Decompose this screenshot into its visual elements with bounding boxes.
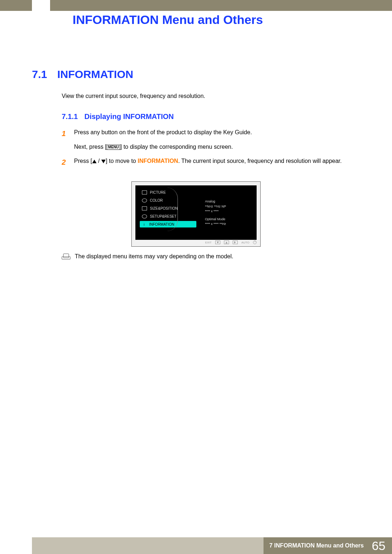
note-text: The displayed menu items may vary depend…	[75, 253, 233, 260]
section-heading: 7.1 INFORMATION	[32, 68, 133, 81]
osd-screenshot: PICTURE COLOR SIZE&POSITION SETUP&RESET …	[131, 181, 261, 247]
gear-icon	[142, 214, 147, 218]
footer-chapter: 7 INFORMATION Menu and Others	[264, 537, 369, 554]
step-1-line-1: Press any button on the front of the pro…	[74, 128, 252, 137]
page-footer: 7 INFORMATION Menu and Others 65	[32, 537, 392, 554]
footer-page-number: 65	[369, 537, 392, 554]
osd-exit-label: EXIT	[205, 241, 212, 244]
steps-list: 1 Press any button on the front of the p…	[62, 128, 345, 173]
step-number: 2	[62, 156, 68, 168]
text-fragment: Next, press [	[74, 144, 107, 150]
osd-info-line: Analog	[205, 199, 253, 204]
osd-menu-list: PICTURE COLOR SIZE&POSITION SETUP&RESET …	[135, 185, 199, 240]
color-icon	[142, 198, 147, 202]
osd-up-button-icon	[224, 241, 229, 244]
keyword-information: INFORMATION	[138, 158, 178, 164]
osd-auto-label: AUTO	[241, 241, 249, 244]
note-icon	[62, 254, 70, 259]
header-tab	[32, 0, 50, 11]
chapter-title: INFORMATION Menu and Others	[73, 13, 263, 27]
size-position-icon	[142, 206, 147, 210]
osd-curve	[167, 188, 178, 231]
text-fragment: ] to move to	[106, 158, 138, 164]
step-body: Press any button on the front of the pro…	[74, 128, 252, 151]
arrow-up-icon	[92, 160, 97, 163]
osd-enter-button-icon	[233, 241, 238, 244]
osd-label: PICTURE	[150, 190, 166, 194]
osd-label: COLOR	[150, 198, 163, 202]
menu-button-icon: MENU	[107, 145, 120, 150]
osd-down-button-icon	[215, 241, 220, 244]
osd-panel: PICTURE COLOR SIZE&POSITION SETUP&RESET …	[135, 185, 257, 240]
section-number: 7.1	[32, 68, 47, 81]
osd-button-bar: EXIT AUTO	[135, 240, 257, 245]
footer-bar	[32, 537, 264, 554]
osd-info-line: **kHz **Hz NP	[205, 204, 253, 209]
note: The displayed menu items may vary depend…	[62, 253, 233, 260]
step-number: 1	[62, 128, 68, 151]
info-icon: i	[142, 222, 146, 226]
header-band	[0, 0, 392, 11]
step-1-line-2: Next, press [MENU] to display the corres…	[74, 142, 252, 152]
osd-info-line: Optimal Mode	[205, 217, 253, 222]
text-fragment: Press [	[74, 158, 92, 164]
text-fragment: . The current input source, frequency an…	[178, 158, 342, 164]
osd-power-icon	[253, 241, 257, 244]
section-intro: View the current input source, frequency…	[62, 93, 205, 99]
section-title: INFORMATION	[57, 68, 133, 81]
subsection-heading: 7.1.1 Displaying INFORMATION	[62, 112, 174, 121]
picture-icon	[142, 190, 147, 194]
osd-info-line: **** x **** **Hz	[205, 222, 253, 227]
subsection-number: 7.1.1	[62, 112, 78, 121]
step-2: 2 Press [ / ] to move to INFORMATION. Th…	[62, 156, 345, 168]
arrow-down-icon	[101, 160, 106, 163]
osd-info-pane: Analog **kHz **Hz NP **** x **** Optimal…	[199, 185, 257, 240]
subsection-title: Displaying INFORMATION	[84, 112, 173, 121]
osd-info-line: **** x ****	[205, 209, 253, 214]
step-body: Press [ / ] to move to INFORMATION. The …	[74, 156, 342, 168]
text-fragment: ] to display the corresponding menu scre…	[120, 144, 233, 150]
step-1: 1 Press any button on the front of the p…	[62, 128, 345, 151]
